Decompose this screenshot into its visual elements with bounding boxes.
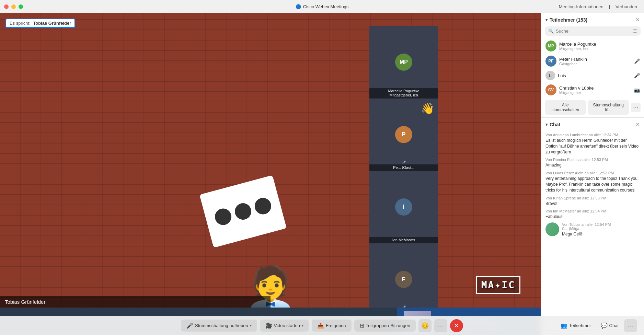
chat-msg-4-text: Bravo!: [545, 201, 640, 207]
title-bar: 🔵 Cisco Webex Meetings Meeting-Informati…: [0, 0, 644, 13]
chat-msg-6-text: Mega Geil!: [562, 231, 640, 237]
main-video: Es spricht: Tobias Grünfelder 🧑‍💼 MA✦IC …: [0, 13, 541, 308]
chat-msg-6: Von Tobias an alle: 12:54 PM C... (Mitga…: [545, 222, 640, 237]
video-area: Es spricht: Tobias Grünfelder 🧑‍💼 MA✦IC …: [0, 13, 541, 335]
chat-msg-1: Von Annalena Lambrecht an alle: 12:34 PM…: [545, 133, 640, 155]
participant-info-pf: Peter Franklin Gastgeber: [559, 57, 631, 66]
bottom-toolbar: 🎤 Stummschaltung aufheben ▾ 🎥 Video star…: [0, 316, 644, 335]
mic-icon-l: 🎤: [634, 73, 640, 78]
chat-msg-1-text: Es ist auch möglich Herrn Grünfelder mit…: [545, 138, 640, 155]
chat-msg-4-header: Von Kirian Sprehe an alle: 12:53 PM: [545, 196, 640, 200]
chat-msg-2-header: Von Romina Fuchs an alle: 12:53 PM: [545, 158, 640, 162]
mute-select-button[interactable]: Stummschaltung fü...: [588, 100, 629, 115]
search-icon: 🔍: [548, 28, 554, 34]
avatar-pf: PF: [545, 56, 556, 67]
avatar-marcella: MP: [395, 54, 412, 71]
chat-msg-5-text: Fabulous!: [545, 214, 640, 220]
thumb-label-pe: Pe... (Gast...: [369, 164, 438, 171]
dot-3: [253, 196, 273, 216]
participant-info-l: Luis: [558, 73, 631, 78]
side-participants-strip: MP Marcella Poguntke Mitgastgeber, ich P…: [369, 26, 438, 316]
mute-chevron-icon: ▾: [250, 324, 252, 327]
meeting-info-link[interactable]: Meeting-Informationen: [559, 4, 603, 9]
participant-item-mp[interactable]: MP Marcella Poguntke Mitgastgeber, ich: [541, 38, 644, 54]
magic-card: [199, 175, 287, 247]
chat-msg-3: Von Lukas Pérez Aleth an alle: 12:53 PM …: [545, 171, 640, 193]
chat-msg-5: Von Ian McMaster an alle: 12:54 PM Fabul…: [545, 209, 640, 220]
chat-msg-3-header: Von Lukas Pérez Aleth an alle: 12:53 PM: [545, 171, 640, 175]
participants-search-bar[interactable]: 🔍 ☰: [545, 26, 641, 36]
chat-msg-6-sub: C... (Mitga...: [562, 227, 640, 231]
participants-nav-button[interactable]: 👥 Teilnehmer: [556, 320, 595, 332]
dot-1: [213, 207, 233, 227]
side-thumb-felix[interactable]: F 🎤 Felix Braun: [369, 243, 438, 316]
magic-sign: MA✦IC: [476, 276, 520, 294]
side-thumb-pe[interactable]: P 👋 🎤 Pe... (Gast...: [369, 99, 438, 171]
participants-chevron: ▾: [545, 18, 548, 22]
close-button[interactable]: [4, 4, 9, 9]
mute-icon-pf: 🎤: [634, 58, 640, 64]
thumb-label-ian: Ian McMaster: [369, 237, 438, 243]
title-bar-right[interactable]: Meeting-Informationen | Verbunden: [559, 4, 637, 9]
mute-all-button[interactable]: Alle stummschalten: [545, 100, 586, 115]
side-thumb-marcella[interactable]: MP Marcella Poguntke Mitgastgeber, ich: [369, 26, 438, 99]
participant-item-l[interactable]: L Luis 🎤: [541, 69, 644, 82]
status-dot-pf: [554, 64, 556, 67]
minimize-button[interactable]: [11, 4, 16, 9]
participant-item-cv[interactable]: CV Christian v Lübke Mitgastgeber 📷: [541, 82, 644, 97]
end-call-button[interactable]: ✕: [450, 319, 463, 332]
action-buttons: Alle stummschalten Stummschaltung fü... …: [541, 97, 644, 117]
avatar-l: L: [545, 71, 555, 80]
share-icon: 📤: [317, 322, 324, 329]
thumb-label-marcella: Marcella Poguntke Mitgastgeber, ich: [369, 88, 438, 98]
chat-msg-2-text: Amazing!: [545, 162, 640, 168]
status-dot-mp: [554, 49, 556, 51]
camera-icon-cv: 📷: [634, 87, 640, 93]
window-controls[interactable]: [4, 4, 23, 9]
participant-item-pf[interactable]: PF Peter Franklin Gastgeber 🎤: [541, 54, 644, 69]
list-icon: ☰: [633, 28, 637, 34]
webex-icon: 🔵: [296, 4, 301, 9]
share-button[interactable]: 📤 Freigeben: [312, 320, 352, 332]
speaker-badge: Es spricht: Tobias Grünfelder: [5, 19, 75, 28]
chat-msg-1-header: Von Annalena Lambrecht an alle: 12:34 PM: [545, 133, 640, 137]
video-icon: 🎥: [265, 322, 272, 329]
breakout-icon: ⊞: [360, 322, 364, 329]
avatar-mp: MP: [545, 41, 556, 51]
chat-msg-3-text: Very entertaining approach to the topic!…: [545, 176, 640, 193]
chat-msg-5-header: Von Ian McMaster an alle: 12:54 PM: [545, 209, 640, 213]
participant-info-cv: Christian v Lübke Mitgastgeber: [559, 85, 631, 95]
chat-title: Chat: [550, 122, 560, 127]
chat-close-button[interactable]: ✕: [635, 121, 640, 128]
participants-search-input[interactable]: [556, 28, 631, 34]
chat-msg-6-header: Von Tobias an alle: 12:54 PM: [562, 222, 640, 227]
mic-muted-icon-pe: 🎤: [402, 161, 406, 164]
side-thumb-ian[interactable]: I Ian McMaster: [369, 171, 438, 243]
speaker-name-overlay: Tobias Grünfelder: [0, 296, 271, 308]
chat-msg-2: Von Romina Fuchs an alle: 12:53 PM Amazi…: [545, 158, 640, 168]
chat-msg-4: Von Kirian Sprehe an alle: 12:53 PM Brav…: [545, 196, 640, 207]
participants-header: ▾ Teilnehmer (153) ✕: [541, 13, 644, 26]
toolbar-more-right-button[interactable]: ⋯: [624, 319, 637, 332]
connected-status: Verbunden: [616, 4, 637, 9]
video-button[interactable]: 🎥 Video starten ▾: [260, 320, 309, 332]
chat-nav-button[interactable]: 💬 Chat: [597, 320, 623, 332]
more-button[interactable]: ⋯: [434, 319, 447, 332]
avatar-pe: P: [395, 126, 412, 143]
app-title: 🔵 Cisco Webex Meetings: [296, 4, 349, 9]
right-panel: ▾ Teilnehmer (153) ✕ 🔍 ☰ MP Marcella Pog…: [541, 13, 644, 335]
avatar-felix: F: [395, 271, 412, 288]
chat-messages: Von Annalena Lambrecht an alle: 12:34 PM…: [541, 130, 644, 316]
breakout-button[interactable]: ⊞ Teilgruppen-Sitzungen: [354, 320, 416, 332]
participants-close-button[interactable]: ✕: [635, 16, 640, 23]
dot-2: [233, 201, 253, 222]
more-options-button[interactable]: ⋯: [631, 103, 641, 112]
participant-info-mp: Marcella Poguntke Mitgastgeber, ich: [559, 42, 640, 51]
participants-nav-icon: 👥: [561, 322, 567, 329]
mute-button[interactable]: 🎤 Stummschaltung aufheben ▾: [181, 320, 257, 332]
maximize-button[interactable]: [19, 4, 23, 9]
chat-chevron: ▾: [545, 122, 548, 127]
participants-section: ▾ Teilnehmer (153) ✕ 🔍 ☰ MP Marcella Pog…: [541, 13, 644, 118]
avatar-ian: I: [395, 198, 412, 216]
emoji-button[interactable]: 😊: [418, 319, 432, 332]
